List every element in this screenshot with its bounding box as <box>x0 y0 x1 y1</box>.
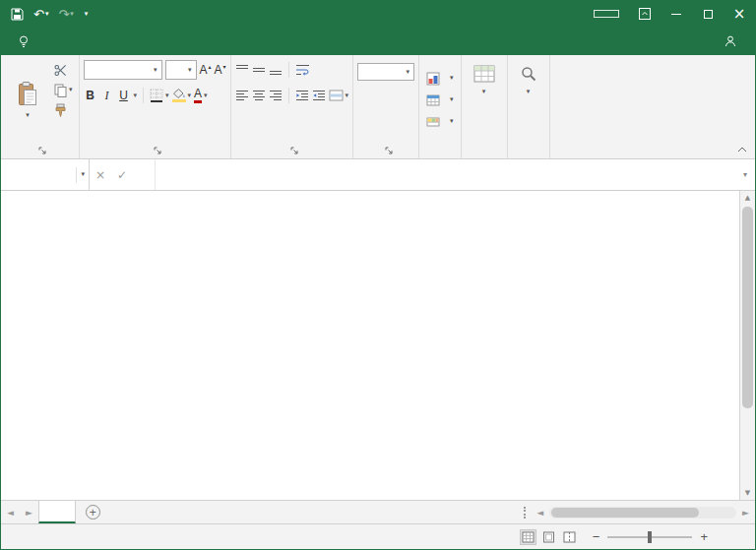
align-top-button[interactable] <box>235 63 249 78</box>
zoom-out-button[interactable]: − <box>593 530 600 543</box>
magnifier-icon <box>520 65 537 83</box>
align-right-button[interactable] <box>269 89 283 103</box>
normal-view-button[interactable] <box>521 530 536 544</box>
titlebar: ↶▾ ↷▾ ▾ × <box>1 0 755 28</box>
close-icon: × <box>733 7 746 22</box>
dialog-launcher-icon <box>154 147 161 154</box>
sheet-nav-right-button[interactable]: ► <box>20 508 38 518</box>
sign-in-button[interactable] <box>594 10 619 18</box>
alignment-dialog-launcher[interactable] <box>290 147 298 154</box>
horizontal-scrollbar[interactable] <box>549 507 736 519</box>
caret-down-icon: ▾ <box>70 10 74 18</box>
new-sheet-button[interactable]: + <box>86 505 100 519</box>
caret-down-icon: ▾ <box>450 96 454 103</box>
hscroll-right-button[interactable]: ► <box>736 508 755 518</box>
font-name-select[interactable]: ▾ <box>84 60 162 80</box>
align-left-button[interactable] <box>235 89 249 103</box>
font-group: ▾ ▾ A▴ A▾ B I U ▾ ▾ <box>80 55 231 158</box>
increase-indent-button[interactable] <box>312 89 326 103</box>
decrease-indent-icon <box>295 90 309 101</box>
enter-formula-button[interactable]: ✓ <box>111 159 133 190</box>
font-size-select[interactable]: ▾ <box>165 60 197 80</box>
name-box[interactable]: ▾ <box>1 159 90 190</box>
paste-button[interactable]: ▾ <box>5 57 50 143</box>
zoom-in-button[interactable]: + <box>700 530 708 543</box>
chevron-down-icon: ▾ <box>743 170 747 179</box>
scroll-up-icon[interactable]: ▲ <box>740 194 755 202</box>
chevron-up-icon <box>737 147 747 153</box>
customize-quick-access-button[interactable]: ▾ <box>80 8 93 20</box>
align-middle-icon <box>252 64 266 76</box>
formula-bar-expand-button[interactable]: ▾ <box>735 159 755 190</box>
cut-button[interactable] <box>54 63 73 78</box>
number-dialog-launcher[interactable] <box>385 147 393 154</box>
checkmark-icon: ✓ <box>117 168 127 182</box>
font-dialog-launcher[interactable] <box>154 147 161 154</box>
collapse-ribbon-button[interactable] <box>737 147 747 153</box>
dialog-launcher-icon <box>38 147 46 154</box>
conditional-formatting-button[interactable]: ▾ <box>423 69 457 88</box>
wrap-text-button[interactable] <box>295 63 310 78</box>
minimize-button[interactable] <box>661 0 692 28</box>
close-button[interactable]: × <box>724 0 755 28</box>
caret-down-icon: ▾ <box>482 89 486 95</box>
cells-button[interactable]: ▾ <box>466 57 503 95</box>
undo-button[interactable]: ↶▾ <box>30 6 52 23</box>
vertical-scroll-thumb[interactable] <box>742 207 753 408</box>
clipboard-dialog-launcher[interactable] <box>38 147 46 154</box>
page-layout-view-button[interactable] <box>541 530 556 544</box>
caret-down-icon: ▾ <box>527 89 531 95</box>
scroll-down-icon[interactable]: ▼ <box>740 489 755 497</box>
ribbon-display-options-button[interactable] <box>629 0 661 28</box>
tell-me-button[interactable] <box>19 28 33 55</box>
save-button[interactable] <box>7 6 28 23</box>
number-format-select[interactable]: ▾ <box>357 63 414 81</box>
page-break-view-button[interactable] <box>562 530 577 544</box>
worksheet-area: ▲ ▼ <box>1 191 755 500</box>
merge-center-button[interactable]: ▾ <box>329 89 349 103</box>
format-as-table-button[interactable]: ▾ <box>423 91 457 109</box>
sheet-tab-sheet1[interactable] <box>38 501 76 523</box>
copy-button[interactable]: ▾ <box>54 83 73 97</box>
increase-font-size-button[interactable]: A▴ <box>200 64 212 76</box>
underline-button[interactable]: U <box>117 89 131 102</box>
titlebar-controls: × <box>594 0 755 28</box>
share-button[interactable] <box>724 28 741 55</box>
caret-down-icon: ▾ <box>26 112 30 119</box>
vertical-scrollbar[interactable]: ▲ ▼ <box>739 191 755 500</box>
undo-icon: ↶ <box>33 8 44 21</box>
editing-button[interactable]: ▾ <box>512 57 545 95</box>
insert-function-button[interactable] <box>133 159 155 190</box>
formula-input[interactable] <box>155 159 735 190</box>
conditional-formatting-icon <box>426 72 440 86</box>
decrease-font-size-button[interactable]: A▾ <box>215 64 226 76</box>
cell-styles-button[interactable]: ▾ <box>423 112 457 131</box>
wrap-text-icon <box>295 64 310 76</box>
cancel-formula-button[interactable]: × <box>90 159 111 190</box>
decrease-indent-button[interactable] <box>295 89 309 103</box>
hscroll-left-button[interactable]: ◄ <box>531 508 549 518</box>
alignment-group: ▾ <box>231 55 354 158</box>
redo-button[interactable]: ↷▾ <box>54 6 77 23</box>
format-painter-button[interactable] <box>54 102 73 117</box>
caret-down-icon: ▾ <box>450 75 454 82</box>
align-center-button[interactable] <box>252 89 266 103</box>
fill-color-button[interactable]: ▾ <box>172 89 192 103</box>
sheet-nav-left-button[interactable]: ◄ <box>1 508 20 518</box>
page-break-view-icon <box>563 531 576 543</box>
italic-button[interactable]: I <box>100 89 114 103</box>
tab-scroll-splitter[interactable] <box>524 507 526 519</box>
zoom-slider-thumb[interactable] <box>648 531 652 543</box>
cancel-icon: × <box>95 168 105 182</box>
font-color-button[interactable]: A ▾ <box>194 89 208 103</box>
caret-down-icon: ▾ <box>85 10 89 18</box>
align-bottom-button[interactable] <box>269 63 283 78</box>
borders-button[interactable]: ▾ <box>150 89 169 103</box>
zoom-slider[interactable] <box>607 536 692 538</box>
bold-button[interactable]: B <box>84 89 97 102</box>
maximize-button[interactable] <box>692 0 724 28</box>
horizontal-scroll-thumb[interactable] <box>551 508 699 518</box>
caret-down-icon: ▾ <box>45 10 49 18</box>
align-middle-button[interactable] <box>252 63 266 78</box>
caret-down-icon: ▾ <box>188 67 192 74</box>
